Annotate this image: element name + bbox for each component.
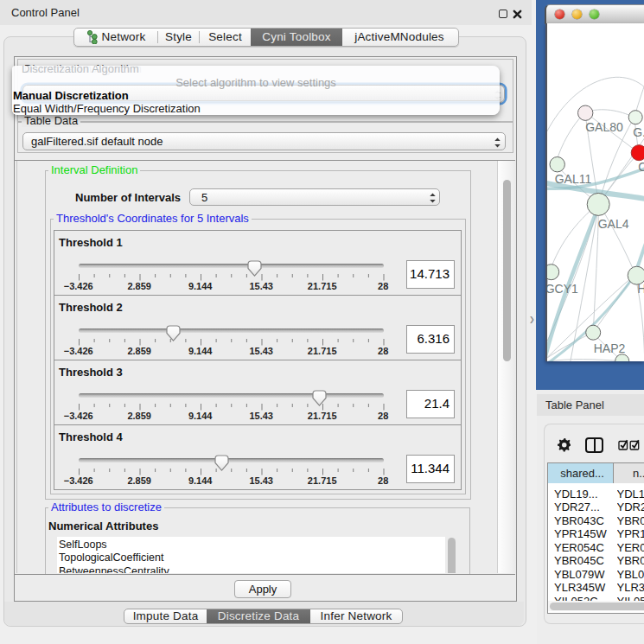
svg-text:H: H [637, 282, 644, 296]
svg-text:HAP2: HAP2 [594, 341, 626, 355]
svg-text:GAL80: GAL80 [585, 120, 623, 134]
svg-text:G...: G... [633, 125, 644, 139]
svg-text:GAL4: GAL4 [598, 217, 629, 231]
svg-text:C...: C... [638, 160, 644, 174]
svg-text:GCY1: GCY1 [545, 282, 578, 296]
svg-text:GAL11: GAL11 [555, 172, 592, 186]
